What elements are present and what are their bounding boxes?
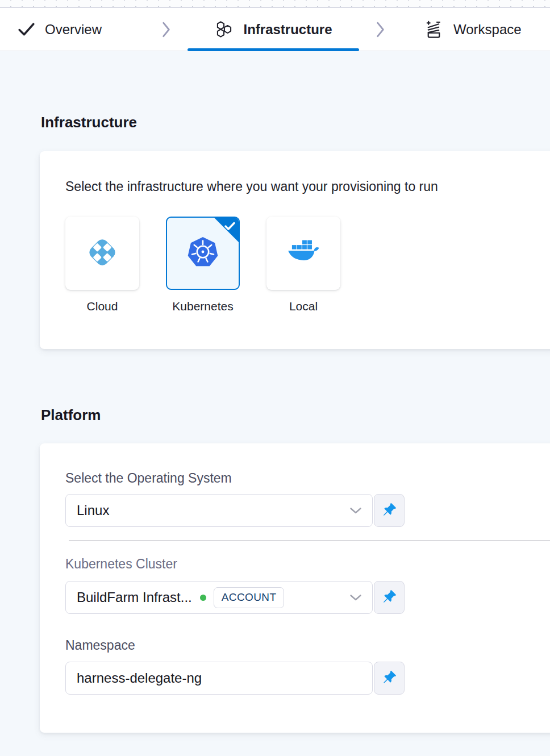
option-label-cloud: Cloud: [65, 300, 139, 313]
infrastructure-option-labels: Cloud Kubernetes Local: [65, 300, 531, 313]
tab-overview[interactable]: Overview: [0, 8, 145, 51]
platform-heading: Platform: [41, 406, 550, 424]
infrastructure-prompt: Select the infrastructure where you want…: [65, 179, 531, 194]
namespace-row: [65, 662, 405, 695]
section-divider: [69, 540, 550, 541]
infrastructure-options: [65, 217, 531, 290]
option-card-cloud[interactable]: [65, 217, 139, 290]
infrastructure-heading: Infrastructure: [41, 114, 550, 131]
chevron-right-icon: [145, 8, 188, 51]
os-pin-button[interactable]: [374, 494, 405, 527]
cluster-select-value: BuildFarm Infrast...: [77, 589, 192, 605]
tab-workspace-label: Workspace: [453, 22, 522, 38]
hexagons-icon: [214, 19, 234, 39]
os-select-label: Select the Operating System: [65, 471, 531, 486]
cluster-pin-button[interactable]: [374, 581, 405, 614]
option-card-kubernetes[interactable]: [166, 217, 240, 290]
tab-workspace[interactable]: Workspace: [402, 8, 550, 51]
tab-infrastructure[interactable]: Infrastructure: [188, 8, 359, 51]
pushpin-icon: [382, 589, 397, 606]
cluster-select-label: Kubernetes Cluster: [65, 556, 531, 572]
tab-infrastructure-label: Infrastructure: [243, 22, 332, 38]
scope-badge: ACCOUNT: [214, 587, 285, 608]
chevron-down-icon: [349, 594, 362, 601]
chevron-down-icon: [349, 507, 362, 514]
tab-overview-label: Overview: [45, 22, 102, 38]
layer-stack-icon: [423, 19, 444, 40]
cluster-select[interactable]: BuildFarm Infrast... ACCOUNT: [65, 581, 373, 614]
platform-card: Select the Operating System Linux Kubern…: [40, 443, 550, 733]
namespace-label: Namespace: [65, 638, 531, 653]
chevron-right-icon: [359, 8, 402, 51]
docker-whale-icon: [285, 234, 322, 273]
option-card-local[interactable]: [266, 217, 340, 290]
namespace-pin-button[interactable]: [374, 662, 405, 695]
namespace-input[interactable]: [77, 670, 362, 686]
cluster-select-row: BuildFarm Infrast... ACCOUNT: [65, 581, 405, 614]
option-label-local: Local: [266, 300, 340, 313]
os-select-value: Linux: [77, 502, 109, 518]
wizard-body: Infrastructure Select the infrastructure…: [0, 114, 550, 733]
selected-check-icon: [224, 222, 235, 233]
connector-status-dot: [200, 595, 206, 601]
cloud-diamond-icon: [84, 234, 121, 273]
check-icon: [17, 20, 36, 39]
os-select[interactable]: Linux: [65, 494, 373, 527]
option-label-kubernetes: Kubernetes: [166, 300, 240, 313]
os-select-row: Linux: [65, 494, 405, 527]
wizard-tabbar: Overview Infrastructure: [0, 8, 550, 51]
pushpin-icon: [382, 502, 397, 519]
infrastructure-card: Select the infrastructure where you want…: [40, 151, 550, 349]
pushpin-icon: [382, 670, 397, 687]
namespace-input-wrap: [65, 662, 373, 695]
window-edge-dotted-strip: [0, 0, 550, 8]
